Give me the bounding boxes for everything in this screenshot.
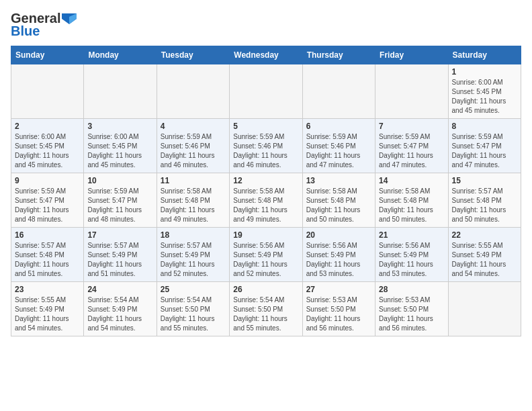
- day-info: Sunrise: 5:58 AMSunset: 5:48 PMDaylight:…: [161, 187, 226, 224]
- calendar-cell: 23Sunrise: 5:55 AMSunset: 5:49 PMDayligh…: [11, 282, 84, 336]
- day-number: 28: [379, 285, 444, 294]
- calendar-cell: 16Sunrise: 5:57 AMSunset: 5:48 PMDayligh…: [11, 228, 84, 282]
- logo-blue-text: Blue: [11, 24, 40, 39]
- calendar-cell: 22Sunrise: 5:55 AMSunset: 5:49 PMDayligh…: [448, 228, 521, 282]
- day-info: Sunrise: 5:55 AMSunset: 5:49 PMDaylight:…: [15, 295, 80, 333]
- day-number: 10: [87, 176, 152, 185]
- calendar-cell: 11Sunrise: 5:58 AMSunset: 5:48 PMDayligh…: [157, 173, 229, 228]
- calendar-cell: 27Sunrise: 5:53 AMSunset: 5:50 PMDayligh…: [302, 282, 375, 336]
- day-number: 14: [379, 176, 444, 185]
- day-number: 5: [233, 122, 298, 131]
- calendar-week-3: 9Sunrise: 5:59 AMSunset: 5:47 PMDaylight…: [11, 173, 521, 228]
- day-number: 25: [161, 285, 226, 294]
- calendar-cell: 15Sunrise: 5:57 AMSunset: 5:48 PMDayligh…: [448, 173, 521, 228]
- day-number: 6: [306, 122, 371, 131]
- calendar-cell: [157, 64, 229, 119]
- day-info: Sunrise: 5:53 AMSunset: 5:50 PMDaylight:…: [379, 295, 444, 333]
- calendar-week-2: 2Sunrise: 6:00 AMSunset: 5:45 PMDaylight…: [11, 119, 521, 173]
- day-number: 4: [161, 122, 226, 131]
- calendar-week-4: 16Sunrise: 5:57 AMSunset: 5:48 PMDayligh…: [11, 228, 521, 282]
- day-info: Sunrise: 5:56 AMSunset: 5:49 PMDaylight:…: [306, 241, 371, 279]
- day-info: Sunrise: 5:57 AMSunset: 5:48 PMDaylight:…: [15, 241, 80, 279]
- day-number: 9: [15, 176, 80, 185]
- day-number: 16: [15, 230, 80, 240]
- day-number: 22: [452, 230, 517, 240]
- calendar-cell: 26Sunrise: 5:54 AMSunset: 5:50 PMDayligh…: [230, 282, 302, 336]
- day-number: 2: [15, 122, 80, 131]
- day-number: 11: [161, 176, 226, 185]
- day-info: Sunrise: 6:00 AMSunset: 5:45 PMDaylight:…: [15, 132, 80, 170]
- calendar-cell: 1Sunrise: 6:00 AMSunset: 5:45 PMDaylight…: [448, 64, 521, 119]
- day-info: Sunrise: 5:57 AMSunset: 5:49 PMDaylight:…: [87, 241, 152, 279]
- calendar-cell: 5Sunrise: 5:59 AMSunset: 5:46 PMDaylight…: [230, 119, 302, 173]
- day-info: Sunrise: 6:00 AMSunset: 5:45 PMDaylight:…: [87, 132, 152, 170]
- day-info: Sunrise: 5:54 AMSunset: 5:50 PMDaylight:…: [161, 295, 226, 333]
- day-number: 19: [233, 230, 298, 240]
- calendar-cell: 18Sunrise: 5:57 AMSunset: 5:49 PMDayligh…: [157, 228, 229, 282]
- calendar-cell: 3Sunrise: 6:00 AMSunset: 5:45 PMDaylight…: [84, 119, 157, 173]
- day-number: 7: [379, 122, 444, 131]
- day-info: Sunrise: 6:00 AMSunset: 5:45 PMDaylight:…: [452, 78, 517, 116]
- calendar-cell: 9Sunrise: 5:59 AMSunset: 5:47 PMDaylight…: [11, 173, 84, 228]
- calendar-cell: [11, 64, 84, 119]
- calendar-cell: [302, 64, 375, 119]
- day-info: Sunrise: 5:54 AMSunset: 5:49 PMDaylight:…: [87, 295, 152, 333]
- calendar-cell: 2Sunrise: 6:00 AMSunset: 5:45 PMDaylight…: [11, 119, 84, 173]
- day-info: Sunrise: 5:54 AMSunset: 5:50 PMDaylight:…: [233, 295, 298, 333]
- day-info: Sunrise: 5:58 AMSunset: 5:48 PMDaylight:…: [233, 187, 298, 224]
- day-number: 1: [452, 67, 517, 77]
- day-number: 15: [452, 176, 517, 185]
- calendar-cell: [84, 64, 157, 119]
- day-header-wednesday: Wednesday: [230, 46, 302, 64]
- day-info: Sunrise: 5:59 AMSunset: 5:46 PMDaylight:…: [306, 132, 371, 170]
- calendar-table: SundayMondayTuesdayWednesdayThursdayFrid…: [11, 46, 521, 336]
- day-info: Sunrise: 5:53 AMSunset: 5:50 PMDaylight:…: [306, 295, 371, 333]
- day-info: Sunrise: 5:59 AMSunset: 5:47 PMDaylight:…: [87, 187, 152, 224]
- day-info: Sunrise: 5:59 AMSunset: 5:47 PMDaylight:…: [452, 132, 517, 170]
- day-number: 23: [15, 285, 80, 294]
- calendar-cell: 4Sunrise: 5:59 AMSunset: 5:46 PMDaylight…: [157, 119, 229, 173]
- calendar-week-5: 23Sunrise: 5:55 AMSunset: 5:49 PMDayligh…: [11, 282, 521, 336]
- day-number: 21: [379, 230, 444, 240]
- page-header: General Blue: [11, 11, 521, 39]
- day-number: 18: [161, 230, 226, 240]
- day-header-monday: Monday: [84, 46, 157, 64]
- day-number: 13: [306, 176, 371, 185]
- logo: General Blue: [11, 11, 77, 39]
- day-info: Sunrise: 5:59 AMSunset: 5:46 PMDaylight:…: [233, 132, 298, 170]
- day-info: Sunrise: 5:58 AMSunset: 5:48 PMDaylight:…: [306, 187, 371, 224]
- calendar-cell: 6Sunrise: 5:59 AMSunset: 5:46 PMDaylight…: [302, 119, 375, 173]
- day-number: 26: [233, 285, 298, 294]
- day-number: 17: [87, 230, 152, 240]
- calendar-cell: [448, 282, 521, 336]
- logo-block: General Blue: [11, 11, 77, 39]
- day-header-tuesday: Tuesday: [157, 46, 229, 64]
- day-number: 20: [306, 230, 371, 240]
- day-info: Sunrise: 5:56 AMSunset: 5:49 PMDaylight:…: [233, 241, 298, 279]
- calendar-cell: 20Sunrise: 5:56 AMSunset: 5:49 PMDayligh…: [302, 228, 375, 282]
- logo-chevron-icon: [62, 13, 77, 24]
- day-info: Sunrise: 5:55 AMSunset: 5:49 PMDaylight:…: [452, 241, 517, 279]
- day-number: 24: [87, 285, 152, 294]
- calendar-cell: 19Sunrise: 5:56 AMSunset: 5:49 PMDayligh…: [230, 228, 302, 282]
- day-info: Sunrise: 5:59 AMSunset: 5:46 PMDaylight:…: [161, 132, 226, 170]
- calendar-cell: 24Sunrise: 5:54 AMSunset: 5:49 PMDayligh…: [84, 282, 157, 336]
- day-header-friday: Friday: [375, 46, 448, 64]
- calendar-cell: 28Sunrise: 5:53 AMSunset: 5:50 PMDayligh…: [375, 282, 448, 336]
- day-info: Sunrise: 5:58 AMSunset: 5:48 PMDaylight:…: [379, 187, 444, 224]
- day-number: 8: [452, 122, 517, 131]
- calendar-cell: 14Sunrise: 5:58 AMSunset: 5:48 PMDayligh…: [375, 173, 448, 228]
- day-number: 27: [306, 285, 371, 294]
- calendar-cell: 8Sunrise: 5:59 AMSunset: 5:47 PMDaylight…: [448, 119, 521, 173]
- calendar-cell: 25Sunrise: 5:54 AMSunset: 5:50 PMDayligh…: [157, 282, 229, 336]
- calendar-cell: [230, 64, 302, 119]
- day-number: 3: [87, 122, 152, 131]
- day-header-sunday: Sunday: [11, 46, 84, 64]
- calendar-cell: 21Sunrise: 5:56 AMSunset: 5:49 PMDayligh…: [375, 228, 448, 282]
- calendar-cell: 17Sunrise: 5:57 AMSunset: 5:49 PMDayligh…: [84, 228, 157, 282]
- calendar-cell: 13Sunrise: 5:58 AMSunset: 5:48 PMDayligh…: [302, 173, 375, 228]
- calendar-week-1: 1Sunrise: 6:00 AMSunset: 5:45 PMDaylight…: [11, 64, 521, 119]
- calendar-cell: 12Sunrise: 5:58 AMSunset: 5:48 PMDayligh…: [230, 173, 302, 228]
- day-info: Sunrise: 5:57 AMSunset: 5:49 PMDaylight:…: [161, 241, 226, 279]
- day-info: Sunrise: 5:59 AMSunset: 5:47 PMDaylight:…: [379, 132, 444, 170]
